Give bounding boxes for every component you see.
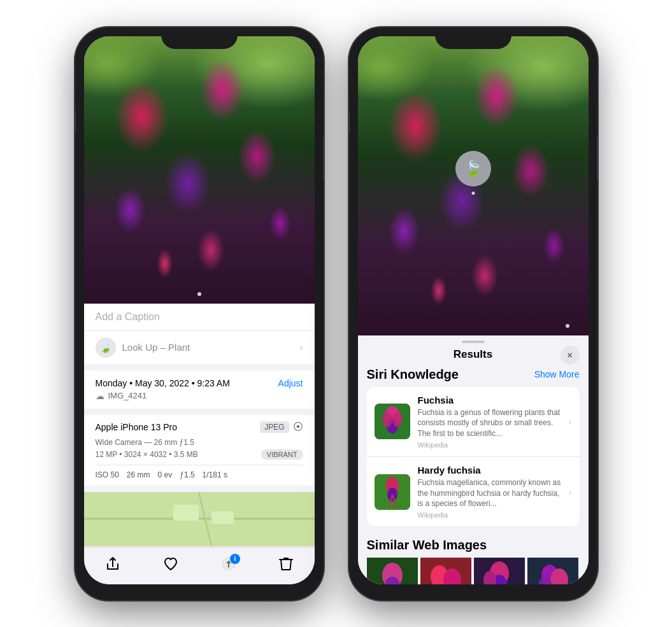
meta-filename: ☁ IMG_4241: [96, 391, 303, 401]
hardy-fuchsia-source: Wikipedia: [418, 511, 561, 519]
fuchsia-thumbnail: [375, 404, 410, 439]
favorite-button[interactable]: [163, 556, 178, 572]
lookup-icon: 🍃: [96, 337, 116, 358]
right-home-indicator: [435, 597, 511, 600]
knowledge-card: Fuchsia Fuchsia is a genus of flowering …: [367, 387, 580, 527]
siri-header: Siri Knowledge Show More: [367, 367, 580, 382]
drag-handle[interactable]: [358, 335, 589, 346]
handle-bar: [462, 341, 485, 343]
camera-section: Apple iPhone 13 Pro JPEG ⦿ Wide Camera —…: [84, 415, 315, 486]
toolbar: i: [84, 547, 315, 584]
adjust-button[interactable]: Adjust: [278, 378, 303, 388]
hardy-fuchsia-thumbnail: [375, 474, 410, 510]
lookup-label: Look Up – Plant: [122, 342, 190, 353]
fuchsia-source: Wikipedia: [418, 441, 561, 449]
exif-aperture: ƒ1.5: [180, 470, 194, 479]
close-button[interactable]: ×: [561, 346, 580, 365]
fuchsia-desc: Fuchsia is a genus of flowering plants t…: [418, 407, 561, 439]
svg-rect-4: [211, 511, 234, 524]
similar-images-row: [367, 558, 580, 584]
camera-model: Apple iPhone 13 Pro: [96, 422, 177, 432]
info-badge: i: [230, 554, 240, 564]
similar-image-3[interactable]: [474, 558, 525, 584]
meta-section: Monday • May 30, 2022 • 9:23 AM Adjust ☁…: [84, 370, 315, 409]
page-indicator: [197, 292, 201, 296]
exif-focal: 26 mm: [127, 470, 150, 479]
knowledge-item-fuchsia[interactable]: Fuchsia Fuchsia is a genus of flowering …: [367, 387, 580, 457]
left-phone: Add a Caption 🍃 Look Up – Plant › Monday…: [75, 27, 324, 600]
fuchsia-name: Fuchsia: [418, 395, 561, 405]
results-panel: Results × Siri Knowledge Show More: [358, 335, 589, 584]
camera-model-row: Apple iPhone 13 Pro JPEG ⦿: [96, 421, 303, 433]
hardy-fuchsia-info: Hardy fuchsia Fuchsia magellanica, commo…: [418, 465, 561, 519]
format-badges: JPEG ⦿: [260, 421, 303, 433]
hardy-fuchsia-name: Hardy fuchsia: [418, 465, 561, 476]
knowledge-item-hardy-fuchsia[interactable]: Hardy fuchsia Fuchsia magellanica, commo…: [367, 457, 580, 526]
cloud-icon: ☁: [96, 391, 104, 401]
exif-shutter: 1/181 s: [203, 470, 227, 479]
info-button[interactable]: i: [221, 556, 236, 572]
info-badge-icon: i: [234, 555, 236, 562]
flower-image: [84, 36, 315, 304]
right-page-indicator: [566, 324, 569, 328]
map-area[interactable]: [84, 492, 315, 546]
exif-iso: ISO 50: [96, 470, 119, 479]
notch-right: [435, 27, 511, 49]
hardy-fuchsia-desc: Fuchsia magellanica, commonly known as t…: [418, 477, 561, 509]
caption-area[interactable]: Add a Caption: [84, 304, 315, 330]
home-indicator: [161, 597, 238, 600]
hardy-fuchsia-chevron-icon: ›: [569, 487, 572, 497]
fuchsia-info: Fuchsia Fuchsia is a genus of flowering …: [418, 395, 561, 449]
format-badge: JPEG: [260, 421, 289, 433]
chevron-right-icon: ›: [299, 342, 303, 353]
similar-section: Similar Web Images: [358, 533, 589, 584]
right-photo-area[interactable]: 🍃: [358, 36, 589, 335]
similar-image-2[interactable]: [420, 558, 471, 584]
notch: [161, 27, 238, 49]
results-title: Results: [454, 348, 492, 361]
siri-title: Siri Knowledge: [367, 367, 459, 382]
indicator-dot: [471, 192, 475, 195]
similar-title: Similar Web Images: [367, 538, 580, 553]
caption-placeholder[interactable]: Add a Caption: [96, 311, 160, 322]
photo-area[interactable]: [84, 36, 315, 304]
siri-knowledge-section: Siri Knowledge Show More: [358, 367, 589, 533]
lookup-row[interactable]: 🍃 Look Up – Plant ›: [84, 330, 315, 364]
info-panel: Add a Caption 🍃 Look Up – Plant › Monday…: [84, 304, 315, 547]
delete-button[interactable]: [279, 556, 293, 572]
share-button[interactable]: [105, 556, 120, 572]
similar-image-1[interactable]: [367, 558, 418, 584]
svg-point-9: [392, 412, 403, 427]
meta-date: Monday • May 30, 2022 • 9:23 AM: [96, 378, 230, 388]
results-header: Results ×: [358, 346, 589, 367]
fuchsia-chevron-icon: ›: [569, 416, 572, 426]
location-icon: ⦿: [293, 421, 303, 433]
show-more-button[interactable]: Show More: [534, 369, 580, 379]
similar-image-4[interactable]: [527, 558, 578, 584]
left-screen: Add a Caption 🍃 Look Up – Plant › Monday…: [84, 36, 315, 584]
exif-row: ISO 50 26 mm 0 ev ƒ1.5 1/181 s: [96, 465, 303, 479]
vibrant-badge: VIBRANT: [261, 449, 303, 460]
right-phone: 🍃 Results × Siri Knowledge Show More: [349, 27, 597, 600]
camera-details: Wide Camera — 26 mm ƒ1.5: [96, 438, 303, 447]
svg-rect-3: [173, 505, 199, 521]
meta-date-row: Monday • May 30, 2022 • 9:23 AM Adjust: [96, 378, 303, 388]
right-screen: 🍃 Results × Siri Knowledge Show More: [358, 36, 589, 584]
camera-resolution: 12 MP • 3024 × 4032 • 3.5 MB VIBRANT: [96, 449, 303, 460]
visual-search-button[interactable]: 🍃: [455, 151, 491, 187]
exif-ev: 0 ev: [158, 470, 173, 479]
svg-point-8: [382, 412, 392, 427]
